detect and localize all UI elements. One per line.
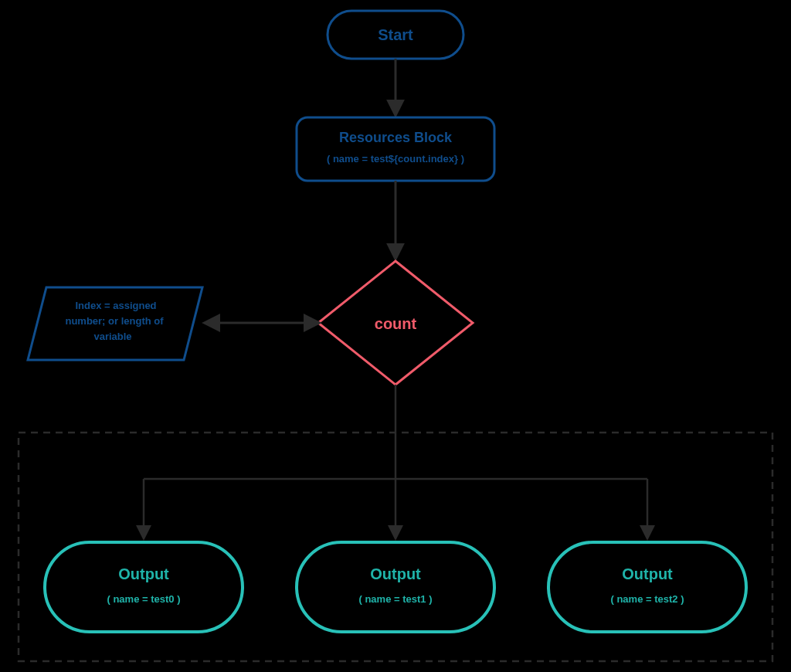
note-line2: number; or length of bbox=[65, 315, 164, 327]
split-connector bbox=[144, 385, 647, 538]
decision-label: count bbox=[375, 315, 417, 332]
output-sub-1: ( name = test1 ) bbox=[358, 593, 432, 605]
resources-title: Resources Block bbox=[339, 130, 453, 145]
output-sub-0: ( name = test0 ) bbox=[107, 593, 180, 605]
output-title-1: Output bbox=[370, 565, 421, 582]
svg-rect-10 bbox=[297, 542, 494, 632]
output-title-0: Output bbox=[118, 565, 169, 582]
note-line1: Index = assigned bbox=[75, 300, 156, 311]
output-title-2: Output bbox=[622, 565, 673, 582]
output-node-0: Output ( name = test0 ) bbox=[45, 542, 243, 632]
resources-block-node: Resources Block ( name = test${count.ind… bbox=[297, 117, 494, 181]
start-node: Start bbox=[328, 11, 463, 59]
resources-sub: ( name = test${count.index} ) bbox=[327, 153, 464, 165]
output-node-1: Output ( name = test1 ) bbox=[297, 542, 494, 632]
flowchart-canvas: Start Resources Block ( name = test${cou… bbox=[0, 0, 791, 672]
output-node-2: Output ( name = test2 ) bbox=[548, 542, 746, 632]
note-line3: variable bbox=[93, 331, 131, 342]
output-sub-2: ( name = test2 ) bbox=[610, 593, 684, 605]
decision-node: count bbox=[318, 261, 473, 385]
start-label: Start bbox=[378, 26, 413, 43]
note-node: Index = assigned number; or length of va… bbox=[28, 287, 202, 360]
svg-rect-11 bbox=[548, 542, 746, 632]
svg-rect-1 bbox=[297, 117, 494, 181]
svg-rect-9 bbox=[45, 542, 243, 632]
